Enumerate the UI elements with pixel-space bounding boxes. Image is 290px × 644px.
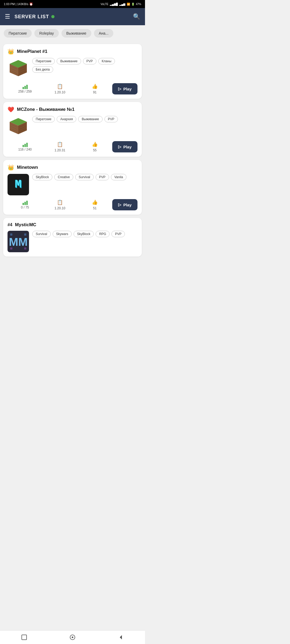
play-label-mczone: Play: [123, 145, 132, 149]
server-tags-minetown: SkyBlock Creative Survival PVP Vanila: [32, 174, 137, 180]
stat-version-mineplanet: 📋 1.20.10: [42, 83, 77, 94]
play-button-mczone[interactable]: ▷ Play: [112, 141, 137, 152]
server-header-mczone: ❤️ MCZone - Выживание №1: [8, 106, 137, 113]
battery-level: 47%: [136, 3, 141, 6]
tag-pirates: Пиратские: [32, 58, 55, 64]
server-body-minetown: M SkyBlock Creative Survival PVP Vanila: [8, 174, 137, 195]
stat-players-mineplanet: 258 / 259: [8, 84, 42, 93]
rank-icon-minetown: 👑: [8, 164, 14, 171]
search-icon[interactable]: 🔍: [133, 13, 140, 20]
server-header-minetown: 👑 Minetown: [8, 164, 137, 171]
server-tags-mineplanet: Пиратские Выживание PVP Кланы Без дюпа: [32, 58, 137, 73]
signal-bars-minetown: [23, 200, 28, 205]
server-logo-minetown: M: [8, 174, 29, 195]
server-logo-mysticmc: MM: [8, 231, 29, 252]
filter-roleplay[interactable]: Roleplay: [34, 29, 59, 38]
server-card-mysticmc: #4 MysticMC MM Survival Skywars: [3, 218, 142, 257]
tag-creative-minetown: Creative: [54, 174, 73, 180]
server-tags-mczone: Пиратские Анархия Выживание PVP: [32, 116, 137, 122]
server-list: 👑 MinePlanet #1: [0, 41, 145, 259]
svg-rect-24: [24, 247, 26, 250]
version-text-mineplanet: 1.20.10: [55, 90, 65, 94]
rank-icon-mysticmc: #4: [8, 222, 12, 227]
version-icon-mczone: 📋: [57, 141, 63, 147]
tag-vanilla-minetown: Vanila: [111, 174, 126, 180]
server-card-mczone: ❤️ MCZone - Выживание №1 Пиратские: [3, 102, 142, 157]
tag-anarchy-mczone: Анархия: [57, 116, 76, 122]
stat-likes-mczone: 👍 55: [77, 141, 112, 152]
play-label-mineplanet: Play: [123, 87, 132, 91]
tag-nodupe: Без дюпа: [32, 66, 53, 73]
filter-survival[interactable]: Выживание: [61, 29, 91, 38]
header: ☰ SERVER LIST 🔍: [0, 8, 145, 25]
stat-version-minetown: 📋 1.20.10: [42, 199, 77, 210]
filter-pirates[interactable]: Пиратские: [4, 29, 32, 38]
stat-likes-minetown: 👍 51: [77, 199, 112, 210]
online-dot: [51, 15, 55, 18]
server-tags-mysticmc: Survival Skywars SkyBlock RPG PVP: [32, 231, 137, 237]
filter-anarchy[interactable]: Ана...: [94, 29, 114, 38]
version-text-minetown: 1.20.10: [55, 206, 65, 210]
wifi2-icon: 📶: [127, 3, 130, 6]
like-icon-minetown: 👍: [92, 199, 98, 205]
server-body-mineplanet: Пиратские Выживание PVP Кланы Без дюпа: [8, 58, 137, 79]
players-text-minetown: 0 / 75: [21, 206, 29, 209]
title-text: SERVER LIST: [15, 14, 49, 20]
tag-pvp-minetown: PVP: [96, 174, 109, 180]
signal-bars-mczone: [23, 142, 28, 147]
rank-icon-mczone: ❤️: [8, 106, 14, 113]
server-body-mysticmc: MM Survival Skywars SkyBlock RPG PVP: [8, 231, 137, 252]
likes-text-mczone: 55: [93, 148, 96, 152]
likes-text-minetown: 51: [93, 206, 96, 210]
version-text-mczone: 1.20.31: [55, 148, 65, 152]
server-header-mineplanet: 👑 MinePlanet #1: [8, 48, 137, 55]
tag-skyblock-minetown: SkyBlock: [32, 174, 52, 180]
play-button-mineplanet[interactable]: ▷ Play: [112, 83, 137, 94]
signal-icon: ▂▄▆█: [110, 3, 118, 6]
players-text-mineplanet: 258 / 259: [18, 90, 32, 93]
server-logo-mczone: [8, 116, 29, 137]
play-button-minetown[interactable]: ▷ Play: [112, 199, 137, 210]
tag-clans: Кланы: [98, 58, 115, 64]
server-card-minetown: 👑 Minetown M SkyBlock Creative Survival …: [3, 160, 142, 215]
play-label-minetown: Play: [123, 203, 132, 207]
tag-skyblock-mysticmc: SkyBlock: [74, 231, 94, 237]
stat-version-mczone: 📋 1.20.31: [42, 141, 77, 152]
signal-bars-mineplanet: [23, 84, 28, 89]
svg-text:MM: MM: [9, 236, 28, 248]
tag-survival-minetown: Survival: [75, 174, 94, 180]
header-title: SERVER LIST: [15, 14, 55, 20]
tag-pvp: PVP: [83, 58, 96, 64]
server-logo-mineplanet: [8, 58, 29, 79]
server-name-minetown: Minetown: [17, 165, 38, 170]
server-card-mineplanet: 👑 MinePlanet #1: [3, 44, 142, 99]
tag-survival: Выживание: [57, 58, 81, 64]
wifi-icon: ▂▄▆: [119, 3, 125, 6]
stat-players-minetown: 0 / 75: [8, 200, 42, 209]
stat-players-mczone: 116 / 240: [8, 142, 42, 151]
play-arrow-icon-mineplanet: ▷: [118, 86, 121, 91]
play-arrow-icon-minetown: ▷: [118, 202, 121, 207]
play-arrow-icon-mczone: ▷: [118, 144, 121, 149]
tag-survival-mczone: Выживание: [78, 116, 102, 122]
tag-pirates-mczone: Пиратские: [32, 116, 55, 122]
stat-likes-mineplanet: 👍 91: [77, 83, 112, 94]
rank-icon-mineplanet: 👑: [8, 48, 14, 55]
menu-icon[interactable]: ☰: [5, 13, 10, 20]
server-name-mineplanet: MinePlanet #1: [17, 49, 47, 54]
svg-rect-23: [10, 247, 12, 250]
status-right: VoLTE ▂▄▆█ ▂▄▆ 📶 🔋 47%: [100, 3, 141, 6]
filter-bar: Пиратские Roleplay Выживание Ана...: [0, 25, 145, 41]
battery-icon: 🔋: [131, 3, 135, 6]
server-footer-mineplanet: 258 / 259 📋 1.20.10 👍 91 ▷ Play: [8, 83, 137, 94]
tag-skywars-mysticmc: Skywars: [53, 231, 72, 237]
tag-pvp-mysticmc: PVP: [111, 231, 125, 237]
svg-rect-22: [24, 233, 26, 236]
status-time-speed: 1:03 PM | 143KB/s ⏰: [4, 2, 33, 6]
status-bar: 1:03 PM | 143KB/s ⏰ VoLTE ▂▄▆█ ▂▄▆ 📶 🔋 4…: [0, 0, 145, 8]
server-footer-mczone: 116 / 240 📋 1.20.31 👍 55 ▷ Play: [8, 141, 137, 152]
likes-text-mineplanet: 91: [93, 90, 96, 94]
header-left: ☰ SERVER LIST: [5, 13, 55, 20]
like-icon-mineplanet: 👍: [92, 83, 98, 89]
server-name-mysticmc: MysticMC: [15, 222, 36, 228]
